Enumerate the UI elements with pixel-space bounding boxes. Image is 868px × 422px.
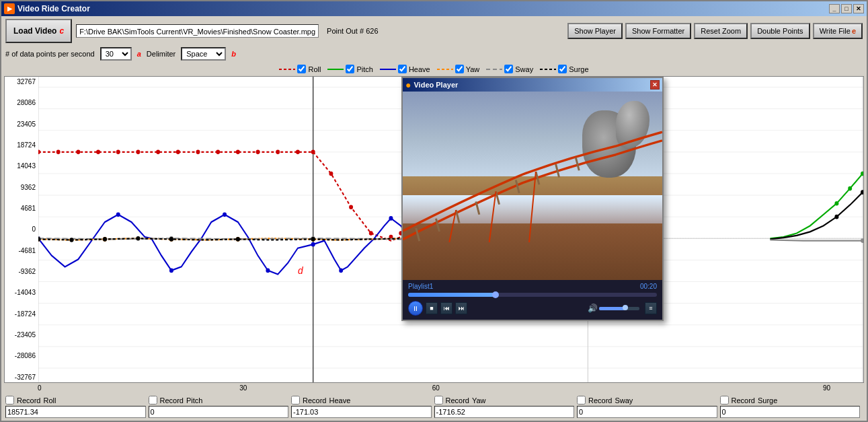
sway-channel-label: Sway [615,396,633,405]
roll-record-row: Record Roll [5,396,146,405]
surge-value-input[interactable] [720,406,861,418]
vp-prev-button[interactable]: ⏮ [440,302,452,314]
roll-label: Roll [308,65,321,73]
surge-checkbox[interactable] [558,65,567,73]
svg-line-93 [489,191,496,242]
pitch-record-checkbox[interactable] [149,396,157,405]
vp-stop-button[interactable]: ■ [426,302,438,314]
x-label-90: 90 [823,384,830,392]
title-controls: _ □ ✕ [829,4,864,13]
svg-line-94 [529,172,536,242]
surge-record-label: Record [732,396,755,405]
roll-channel-label: Roll [43,396,56,405]
y-label-13: -28086 [5,352,38,359]
close-button[interactable]: ✕ [853,4,864,13]
svg-point-82 [861,238,863,243]
toolbar-right-buttons: Show Player Show Formatter Reset Zoom Do… [567,23,863,39]
svg-point-73 [311,237,315,242]
reset-zoom-button[interactable]: Reset Zoom [694,23,748,39]
toolbar-row1: Load Video c F:\Drive BAK\SimTools Curre… [1,16,867,46]
delimiter-select[interactable]: Space Tab Comma [181,47,226,61]
sway-record-checkbox[interactable] [577,396,586,405]
svg-point-37 [369,231,373,236]
legend-pitch: Pitch [327,65,372,73]
heave-value-input[interactable] [291,406,432,418]
svg-point-29 [216,150,220,155]
vp-progress-bar[interactable] [408,293,657,297]
delimiter-badge: b [231,50,236,58]
svg-point-70 [136,236,140,241]
vp-progress-thumb[interactable] [492,291,499,298]
svg-point-44 [169,269,173,273]
load-video-button[interactable]: Load Video c [5,19,72,43]
vp-next-button[interactable]: ⏭ [455,302,467,314]
y-label-1: 28086 [5,99,38,106]
show-player-button[interactable]: Show Player [567,23,623,39]
pitch-line-icon [327,69,344,70]
heave-record-row: Record Heave [291,396,432,405]
show-formatter-button[interactable]: Show Formatter [625,23,691,39]
chart-area[interactable]: 32767 28086 23405 18724 14043 9362 4681 … [4,76,864,383]
y-label-5: 9362 [5,184,38,191]
data-points-select[interactable]: 30 60 120 [100,47,132,61]
pitch-channel-label: Pitch [186,396,202,405]
roll-record-checkbox[interactable] [5,396,14,405]
surge-record-checkbox[interactable] [720,396,729,405]
svg-point-23 [96,150,100,155]
vp-info-bar: Playlist1 00:20 [405,281,660,291]
minimize-button[interactable]: _ [829,4,840,13]
channel-sway: Record Sway [577,396,720,418]
vp-title: Video Player [413,81,458,89]
svg-point-36 [349,205,353,209]
yaw-value-input[interactable] [434,406,575,418]
yaw-record-checkbox[interactable] [434,396,443,405]
roll-checkbox[interactable] [297,65,306,73]
heave-label: Heave [409,65,430,73]
window-title: Video Ride Creator [17,4,90,13]
pitch-checkbox[interactable] [346,65,354,73]
sway-value-input[interactable] [577,406,717,418]
y-label-8: -4681 [5,247,38,254]
svg-point-25 [136,150,140,155]
y-label-3: 18724 [5,141,38,149]
svg-point-35 [329,172,333,176]
y-label-7: 0 [5,225,38,233]
vp-play-pause-button[interactable]: ⏸ [408,301,423,316]
y-label-11: -18724 [5,310,38,318]
sway-line-icon [486,69,502,70]
data-points-label: # of data points per second [5,50,95,58]
app-icon: ▶ [4,3,15,14]
yaw-checkbox[interactable] [455,65,464,73]
vp-close-button[interactable]: ✕ [650,80,660,90]
x-label-0: 0 [38,384,42,392]
svg-point-48 [339,269,343,273]
heave-checkbox[interactable] [398,65,407,73]
svg-point-43 [116,213,120,217]
vp-volume-bar[interactable] [599,307,639,310]
write-file-button[interactable]: Write File e [813,23,863,39]
y-label-2: 23405 [5,120,38,128]
maximize-button[interactable]: □ [841,4,852,13]
sway-checkbox[interactable] [504,65,513,73]
svg-text:d: d [298,265,303,277]
surge-channel-label: Surge [758,396,777,405]
heave-record-checkbox[interactable] [291,396,300,405]
yaw-record-label: Record [446,396,469,405]
main-window: ▶ Video Ride Creator _ □ ✕ Load Video c … [0,0,868,422]
yaw-channel-label: Yaw [472,396,486,405]
vp-volume-thumb[interactable] [623,305,628,310]
double-points-button[interactable]: Double Points [750,23,810,39]
surge-line-icon [540,69,556,70]
pitch-record-row: Record Pitch [149,396,289,405]
legend-sway: Sway [486,65,533,73]
y-label-10: -14043 [5,289,38,296]
pitch-value-input[interactable] [149,406,289,418]
vp-time: 00:20 [640,283,657,290]
title-bar: ▶ Video Ride Creator _ □ ✕ [1,1,867,16]
svg-point-78 [848,186,852,191]
roll-value-input[interactable] [5,406,146,418]
y-label-9: -9362 [5,268,38,275]
svg-point-27 [176,150,180,155]
point-out-label: Point Out # 626 [327,27,378,35]
vp-btn-sm-right[interactable]: ≡ [645,302,657,314]
